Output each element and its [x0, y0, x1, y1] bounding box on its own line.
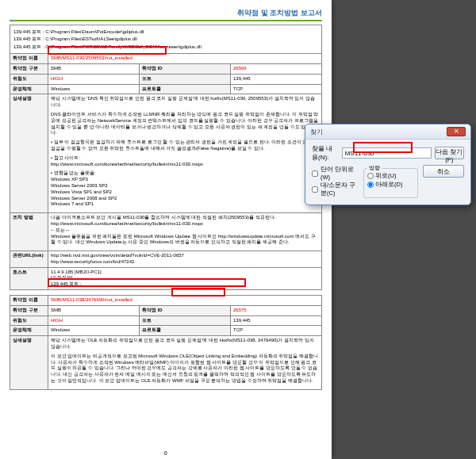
ref-url: http://www.microsoft.com/korea/technet/s…	[51, 162, 203, 166]
vuln2-env: Windows	[48, 326, 140, 336]
vuln1-link: http://web.nvd.nist.gov/view/vuln/detail…	[48, 251, 322, 268]
label-link: 관련URL(link)	[10, 251, 48, 268]
port-list: 139,445 포트 : C:\Program Files\Daum\PotEn…	[10, 25, 322, 53]
page-title: 취약점 및 조치방법 보고서	[10, 8, 322, 21]
vuln1-risk: HIGH	[48, 74, 140, 84]
page-number: 6	[164, 450, 167, 456]
vuln1-name: SMB/MS11-030/2509553/not_installed	[48, 54, 322, 64]
label-proto: 프로토콜	[140, 84, 231, 94]
whole-word-input[interactable]	[312, 170, 318, 177]
vuln1-fix: 다음 마이크로소프트 보안 게시물 MS11-030를 참조하여 시스템에 대한…	[48, 213, 322, 251]
port-line: 139,445 포트 : C:\Program Files\Daum\PotEn…	[13, 29, 318, 35]
find-dialog[interactable]: 찾기 ✕ 찾을 내용(N): 다음 찾기(F) 단어 단위로(W) 대/소문자 …	[305, 124, 471, 205]
link-u2: http://www.securityfocus.com/bid/47242	[51, 259, 134, 264]
dialog-body: 찾을 내용(N): 다음 찾기(F) 단어 단위로(W) 대/소문자 구분(C)…	[305, 140, 470, 205]
aff-item: Windows XP SP3	[51, 177, 88, 182]
whole-word-checkbox[interactable]: 단어 단위로(W)	[312, 166, 359, 181]
fix-p1: 다음 마이크로소프트 보안 게시물 MS11-030를 참조하여 시스템에 대한…	[51, 215, 275, 220]
fix-u1: http://www.microsoft.com/korea/technet/s…	[51, 221, 203, 226]
vuln2-proto: TCP	[231, 326, 322, 336]
vuln1-port: 139,445	[231, 74, 322, 84]
close-icon: ✕	[454, 128, 459, 135]
fix-sep: -- 또는 --	[51, 228, 69, 232]
label-desc: 상세설명	[10, 94, 48, 213]
port-line: 139,445 포트 : C:\Program Files\ESTsoft\AL…	[13, 36, 318, 42]
vuln1-env: Windows	[48, 84, 140, 94]
label-name: 취약점 이름	[10, 54, 48, 64]
find-input[interactable]	[342, 147, 432, 159]
vuln1-desc-bullet: • 일부 이 점검항목은 점검하기 위해 호스트로 로그인 할 수 있는 관리자…	[51, 140, 319, 152]
link-u1b: CVE-2011-0657	[150, 253, 184, 258]
host-l1: 11.4.9.185 [MBJO-PC1]	[51, 270, 102, 274]
dir-down-label: 아래로(D)	[375, 181, 402, 189]
match-case-label: 대/소문자 구분(C)	[321, 182, 359, 197]
label-id: 취약점 ID	[140, 305, 231, 316]
label-port: 포트	[140, 74, 231, 84]
label-name: 취약점 이름	[10, 296, 48, 306]
vuln1-host: 11.4.9.185 [MBJO-PC1] [수집정보] 139,445 포트 …	[48, 267, 322, 289]
match-case-checkbox[interactable]: 대/소문자 구분(C)	[312, 182, 359, 197]
vuln2-port: 139,445	[231, 316, 322, 326]
port-line: 139,445 포트 : C:\Program Files\FORCS\OZ F…	[13, 44, 318, 50]
aff-item: Windows Server 2008 and SP2	[51, 196, 117, 201]
vuln2-desc: 해당 시스템에는 'OLE 자동화의 취약점으로 인한 원격 코드 실행 문제점…	[48, 336, 322, 390]
label-category: 취약점 구분	[10, 305, 48, 316]
dir-up-input[interactable]	[367, 173, 374, 179]
vuln1-desc-p2: DNS 클라이언트 서비스가 특수하게 조작된 LLMNR 쿼리를 처리하는 방…	[51, 112, 319, 136]
ref-title: • 참고 사이트:	[51, 155, 80, 160]
aff-item: Windows 7 and SP1	[51, 201, 94, 206]
vuln1-id: 26569	[231, 63, 322, 74]
find-label: 찾을 내용(N):	[312, 144, 339, 162]
link-u1a: http://web.nvd.nist.gov/view/vuln/detail…	[51, 253, 150, 258]
dir-up-label: 위로(U)	[375, 172, 396, 180]
vuln1-category: SMB	[48, 63, 140, 74]
label-desc: 상세설명	[10, 336, 48, 390]
vuln1-desc-p1: 해당 시스템에는 'DNS 확인 취약점으로 인한 원격 코드 실행 문제점'에…	[51, 96, 319, 109]
host-l3: 139,445 포트 :	[51, 281, 82, 286]
vuln2-desc-p2: 이 보안 업데이트는 비공개적으로 보고된 Microsoft Windows …	[51, 354, 319, 384]
label-env: 운영체제	[10, 326, 48, 336]
vuln2-risk: HIGH	[48, 316, 140, 326]
close-button[interactable]: ✕	[447, 127, 466, 136]
match-case-input[interactable]	[312, 186, 318, 193]
vuln-table-2: 취약점 이름 SMB/MS11-038/2476490/not_installe…	[10, 295, 322, 390]
cancel-button[interactable]: 취소	[423, 165, 464, 178]
host-l2: [수집정보]	[51, 275, 72, 280]
direction-legend: 방향	[367, 164, 382, 172]
label-proto: 프로토콜	[140, 326, 231, 336]
find-next-button[interactable]: 다음 찾기(F)	[435, 147, 464, 159]
vuln-table-1: 취약점 이름 SMB/MS11-030/2509553/not_installe…	[10, 53, 322, 290]
vuln2-id: 26575	[231, 305, 322, 316]
direction-group: 방향 위로(U) 아래로(D)	[363, 168, 418, 198]
fix-p2: Windows 플랫폼을 위한 패치들은 또한 Microsoft Window…	[51, 234, 316, 245]
vuln1-desc: 해당 시스템에는 'DNS 확인 취약점으로 인한 원격 코드 실행 문제점'에…	[48, 94, 322, 213]
vuln2-desc-p1: 해당 시스템에는 'OLE 자동화의 취약점으로 인한 원격 코드 실행 문제점…	[51, 338, 319, 350]
label-port: 포트	[140, 316, 231, 326]
whole-word-label: 단어 단위로(W)	[321, 166, 359, 181]
vuln1-proto: TCP	[231, 84, 322, 94]
label-env: 운영체제	[10, 84, 48, 94]
label-category: 취약점 구분	[10, 63, 48, 74]
label-host: 호스트	[10, 267, 48, 289]
aff-item: Windows Vista SP1 and SP2	[51, 189, 112, 194]
dialog-title: 찾기	[310, 128, 323, 136]
dir-down-input[interactable]	[367, 182, 374, 188]
label-id: 취약점 ID	[140, 63, 231, 74]
aff-title: • 영향을 받는 플랫폼:	[51, 170, 96, 175]
label-risk: 위험도	[10, 316, 48, 326]
label-risk: 위험도	[10, 74, 48, 84]
aff-item: Windows Server 2003 SP2	[51, 183, 108, 188]
dir-down-radio[interactable]: 아래로(D)	[367, 181, 402, 189]
vuln2-name: SMB/MS11-038/2476490/not_installed	[48, 296, 322, 306]
vuln2-category: SMB	[48, 305, 140, 316]
dialog-titlebar[interactable]: 찾기 ✕	[305, 124, 470, 140]
label-fix: 조치 방법	[10, 213, 48, 251]
document-page: 취약점 및 조치방법 보고서 139,445 포트 : C:\Program F…	[0, 0, 332, 459]
dir-up-radio[interactable]: 위로(U)	[367, 172, 396, 180]
